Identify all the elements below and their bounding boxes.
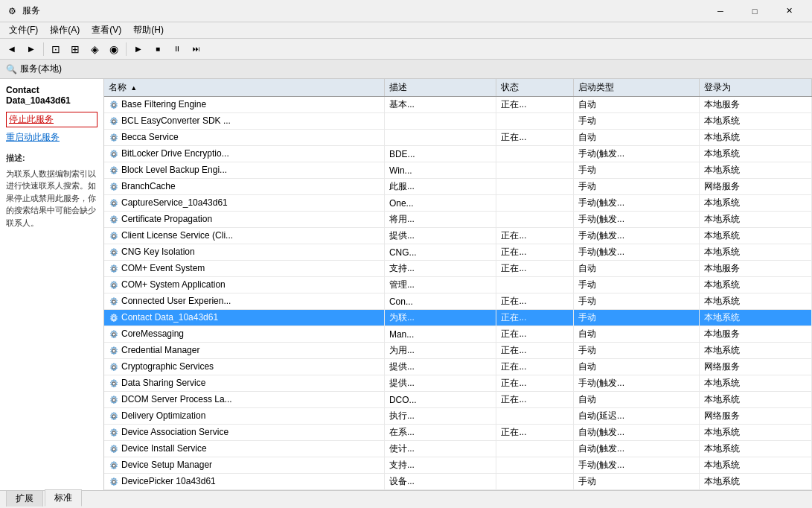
- service-name-text: Block Level Backup Engi...: [121, 165, 227, 175]
- service-logon-cell: 本地服务: [700, 261, 812, 277]
- svg-point-3: [112, 153, 115, 156]
- table-row[interactable]: Base Filtering Engine基本...正在...自动本地服务: [104, 97, 812, 113]
- toolbar-btn-2[interactable]: ⊞: [66, 41, 84, 57]
- table-row[interactable]: Data Sharing Service提供...正在...手动(触发...本地…: [104, 375, 812, 392]
- service-logon-cell: 网络服务: [700, 408, 812, 425]
- service-name-cell: Block Level Backup Engi...: [104, 162, 384, 179]
- service-logon-cell: 本地系统: [700, 113, 812, 130]
- table-row[interactable]: Contact Data_10a43d61为联...正在...手动本地系统: [104, 310, 812, 326]
- stop-service-link[interactable]: 停止此服务: [6, 112, 97, 127]
- service-name-cell: DevicePicker 10a43d61: [104, 474, 384, 490]
- forward-button[interactable]: ▶: [22, 41, 40, 57]
- table-row[interactable]: Delivery Optimization执行...自动(延迟...网络服务: [104, 408, 812, 425]
- service-gear-icon: [109, 133, 119, 143]
- service-status-cell: 正在...: [496, 326, 574, 343]
- toolbar-btn-3[interactable]: ◈: [86, 41, 103, 57]
- service-startup-cell: 自动: [574, 392, 700, 408]
- toolbar-btn-4[interactable]: ◉: [105, 41, 123, 57]
- service-desc-cell: 在系...: [384, 425, 496, 441]
- menu-action[interactable]: 操作(A): [44, 22, 86, 38]
- service-startup-cell: 自动: [574, 261, 700, 277]
- service-startup-cell: 手动: [574, 293, 700, 310]
- col-header-name[interactable]: 名称 ▲: [104, 79, 384, 97]
- service-status-cell: [496, 457, 574, 474]
- col-header-logon[interactable]: 登录为: [700, 79, 812, 97]
- service-status-cell: [496, 408, 574, 425]
- menu-help[interactable]: 帮助(H): [127, 22, 170, 38]
- service-desc-cell: 管理...: [384, 277, 496, 293]
- table-row[interactable]: CoreMessagingMan...正在...自动本地服务: [104, 326, 812, 343]
- table-header-row: 名称 ▲ 描述 状态 启动类型 登录为: [104, 79, 812, 97]
- service-name-text: DevicePicker 10a43d61: [121, 476, 216, 486]
- svg-point-13: [112, 317, 115, 320]
- stop-button[interactable]: ■: [149, 41, 167, 57]
- service-name-cell: BCL EasyConverter SDK ...: [104, 113, 384, 130]
- table-row[interactable]: COM+ System Application管理...手动本地系统: [104, 277, 812, 293]
- service-name-text: CoreMessaging: [121, 328, 184, 339]
- service-name-text: Certificate Propagation: [121, 214, 212, 224]
- svg-point-18: [112, 399, 115, 401]
- service-name-cell: COM+ System Application: [104, 277, 384, 293]
- resume-button[interactable]: ⏭: [188, 41, 205, 57]
- play-button[interactable]: ▶: [130, 41, 147, 57]
- service-desc-cell: One...: [384, 195, 496, 212]
- tab-expand[interactable]: 扩展: [6, 490, 43, 507]
- content-area: Contact Data_10a43d61 停止此服务 重启动此服务 描述: 为…: [0, 79, 812, 490]
- service-name-text: Delivery Optimization: [121, 410, 205, 421]
- menu-file[interactable]: 文件(F): [3, 22, 44, 38]
- table-row[interactable]: BCL EasyConverter SDK ...手动本地系统: [104, 113, 812, 130]
- table-row[interactable]: Block Level Backup Engi...Win...手动本地系统: [104, 162, 812, 179]
- svg-point-12: [112, 300, 115, 303]
- service-name-text: CaptureService_10a43d61: [121, 197, 228, 208]
- table-row[interactable]: DevicePicker 10a43d61设备...手动本地系统: [104, 474, 812, 490]
- restart-service-link[interactable]: 重启动此服务: [6, 130, 97, 145]
- service-gear-icon: [109, 477, 119, 487]
- service-status-cell: [496, 474, 574, 490]
- service-name-cell: Certificate Propagation: [104, 212, 384, 228]
- table-row[interactable]: Device Install Service使计...自动(触发...本地系统: [104, 441, 812, 457]
- table-row[interactable]: BitLocker Drive Encryptio...BDE...手动(触发.…: [104, 146, 812, 162]
- back-button[interactable]: ◀: [3, 41, 21, 57]
- service-gear-icon: [109, 378, 119, 389]
- services-table-scroll[interactable]: 名称 ▲ 描述 状态 启动类型 登录为 Base Filtering Engin…: [104, 79, 812, 490]
- maximize-button[interactable]: □: [738, 0, 772, 22]
- service-status-cell: [496, 441, 574, 457]
- service-startup-cell: 手动(触发...: [574, 195, 700, 212]
- service-startup-cell: 手动(触发...: [574, 375, 700, 392]
- service-name-cell: Becca Service: [104, 130, 384, 146]
- service-desc-cell: 执行...: [384, 408, 496, 425]
- pause-button[interactable]: ⏸: [168, 41, 186, 57]
- table-row[interactable]: COM+ Event System支持...正在...自动本地服务: [104, 261, 812, 277]
- menu-view[interactable]: 查看(V): [86, 22, 127, 38]
- col-header-startup[interactable]: 启动类型: [574, 79, 700, 97]
- service-logon-cell: 本地系统: [700, 146, 812, 162]
- service-startup-cell: 手动(触发...: [574, 146, 700, 162]
- service-startup-cell: 手动: [574, 474, 700, 490]
- minimize-button[interactable]: ─: [703, 0, 738, 22]
- table-row[interactable]: Client License Service (Cli...提供...正在...…: [104, 228, 812, 244]
- table-row[interactable]: Device Setup Manager支持...手动(触发...本地系统: [104, 457, 812, 474]
- selected-service-title: Contact Data_10a43d61: [6, 85, 97, 106]
- service-status-cell: 正在...: [496, 97, 574, 113]
- tab-standard[interactable]: 标准: [45, 489, 82, 507]
- service-name-text: Device Install Service: [121, 443, 207, 454]
- col-header-status[interactable]: 状态: [496, 79, 574, 97]
- close-button[interactable]: ✕: [772, 0, 806, 22]
- col-header-desc[interactable]: 描述: [384, 79, 496, 97]
- table-row[interactable]: Device Association Service在系...正在...自动(触…: [104, 425, 812, 441]
- table-row[interactable]: BranchCache此服...手动网络服务: [104, 179, 812, 195]
- toolbar: ◀ ▶ ⊡ ⊞ ◈ ◉ ▶ ■ ⏸ ⏭: [0, 39, 812, 60]
- svg-point-5: [112, 185, 115, 188]
- table-row[interactable]: CaptureService_10a43d61One...手动(触发...本地系…: [104, 195, 812, 212]
- service-name-text: BitLocker Drive Encryptio...: [121, 148, 229, 159]
- table-row[interactable]: Credential Manager为用...正在...手动本地系统: [104, 343, 812, 359]
- service-logon-cell: 本地系统: [700, 343, 812, 359]
- table-row[interactable]: Certificate Propagation将用...手动(触发...本地系统: [104, 212, 812, 228]
- svg-point-4: [112, 169, 115, 172]
- toolbar-btn-1[interactable]: ⊡: [47, 41, 65, 57]
- table-row[interactable]: DCOM Server Process La...DCO...正在...自动本地…: [104, 392, 812, 408]
- table-row[interactable]: Becca Service正在...自动本地系统: [104, 130, 812, 146]
- table-row[interactable]: Connected User Experien...Con...正在...手动本…: [104, 293, 812, 310]
- table-row[interactable]: CNG Key IsolationCNG...正在...手动(触发...本地系统: [104, 244, 812, 261]
- table-row[interactable]: Cryptographic Services提供...正在...自动网络服务: [104, 359, 812, 375]
